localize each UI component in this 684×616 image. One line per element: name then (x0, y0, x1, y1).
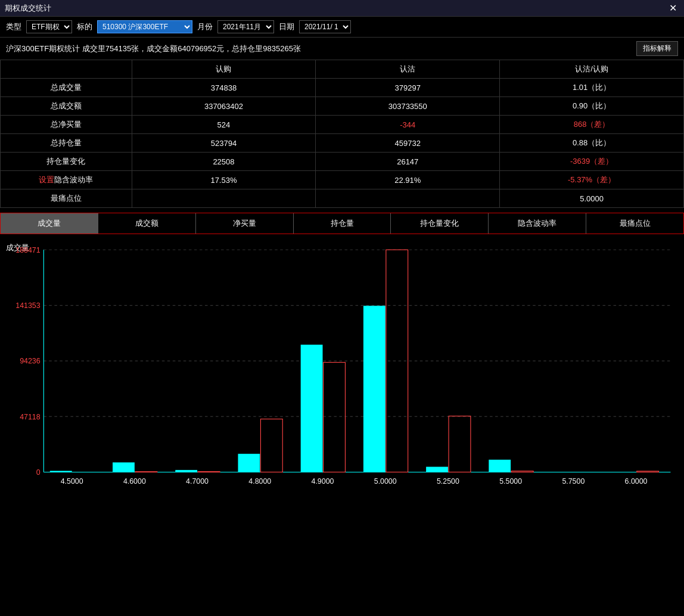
put-val-5: 22.91% (316, 171, 500, 189)
type-select[interactable]: ETF期权 (26, 20, 72, 33)
explain-button[interactable]: 指标解释 (636, 41, 678, 56)
call-val-0: 374838 (132, 79, 316, 97)
target-label: 标的 (77, 21, 92, 32)
svg-rect-23 (301, 345, 323, 472)
svg-text:4.6000: 4.6000 (123, 478, 146, 486)
svg-rect-32 (489, 460, 511, 472)
put-val-3: 459732 (316, 134, 500, 153)
svg-rect-14 (113, 462, 135, 472)
svg-rect-30 (449, 416, 471, 472)
row-label-2: 总净买量 (1, 116, 132, 134)
row-label-5: 设置隐含波动率 (1, 171, 132, 189)
svg-rect-20 (238, 454, 260, 472)
tab-volume[interactable]: 成交量 (1, 213, 98, 234)
row-label-4: 持仓量变化 (1, 153, 132, 171)
close-button[interactable]: ✕ (667, 2, 679, 14)
svg-text:94236: 94236 (20, 357, 41, 365)
row-label-1: 总成交额 (1, 97, 132, 116)
type-label: 类型 (6, 21, 21, 32)
date-select[interactable]: 2021/11/ 1 (299, 20, 351, 33)
ratio-val-4: -3639（差） (500, 153, 684, 171)
ratio-val-2: 868（差） (500, 116, 684, 134)
tab-amount[interactable]: 成交额 (98, 213, 196, 234)
col-header-put: 认沽 (316, 60, 500, 79)
call-val-6 (132, 189, 316, 208)
chart-area: 成交量 188471141353942364711804.50004.60004… (0, 237, 684, 499)
row-label-6: 最痛点位 (1, 189, 132, 208)
svg-rect-12 (50, 471, 72, 472)
info-bar: 沪深300ETF期权统计 成交里754135张，成交金额640796952元，总… (0, 38, 684, 60)
svg-rect-21 (260, 419, 282, 472)
ratio-val-5: -5.37%（差） (500, 171, 684, 189)
svg-text:0: 0 (36, 468, 41, 477)
call-val-3: 523794 (132, 134, 316, 153)
svg-rect-18 (198, 472, 220, 472)
chart-tab-bar: 成交量成交额净买量持仓量持仓量变化隐含波动率最痛点位 (0, 213, 684, 234)
svg-text:47118: 47118 (20, 413, 41, 421)
set-iv-link[interactable]: 设置 (39, 175, 54, 184)
col-header-ratio: 认沽/认购 (500, 60, 684, 79)
svg-text:5.7500: 5.7500 (562, 478, 584, 486)
svg-text:4.5000: 4.5000 (61, 478, 83, 486)
toolbar: 类型 ETF期权 标的 510300 沪深300ETF 月份 2021年11月 … (0, 17, 684, 38)
svg-rect-24 (324, 362, 346, 472)
month-select[interactable]: 2021年11月 (217, 20, 274, 33)
month-label: 月份 (197, 21, 213, 32)
tab-netbuy[interactable]: 净买量 (196, 213, 294, 234)
put-val-6 (316, 189, 500, 208)
svg-text:5.5000: 5.5000 (499, 478, 522, 486)
put-val-2: -344 (316, 116, 500, 134)
svg-rect-17 (175, 470, 197, 472)
svg-text:5.0000: 5.0000 (374, 478, 397, 486)
ratio-val-0: 1.01（比） (500, 79, 684, 97)
ratio-val-3: 0.88（比） (500, 134, 684, 153)
svg-text:141353: 141353 (15, 301, 40, 310)
put-val-0: 379297 (316, 79, 500, 97)
svg-text:4.8000: 4.8000 (248, 478, 271, 486)
svg-rect-15 (135, 472, 157, 472)
svg-text:4.9000: 4.9000 (312, 478, 334, 486)
col-header-call: 认购 (132, 60, 316, 79)
call-val-4: 22508 (132, 153, 316, 171)
svg-text:6.0000: 6.0000 (625, 478, 648, 486)
tab-oi[interactable]: 持仓量 (294, 213, 391, 234)
ratio-val-6: 5.0000 (500, 189, 684, 208)
chart-svg: 188471141353942364711804.50004.60004.700… (0, 237, 684, 499)
svg-rect-26 (363, 306, 385, 472)
row-label-0: 总成交量 (1, 79, 132, 97)
svg-rect-29 (426, 467, 448, 472)
call-val-1: 337063402 (132, 97, 316, 116)
svg-rect-37 (637, 471, 659, 472)
svg-text:5.2500: 5.2500 (437, 478, 459, 486)
tab-iv[interactable]: 隐含波动率 (489, 213, 586, 234)
row-label-3: 总持仓量 (1, 134, 132, 153)
date-label: 日期 (279, 21, 294, 32)
svg-rect-33 (511, 471, 533, 472)
put-val-1: 303733550 (316, 97, 500, 116)
svg-text:188471: 188471 (15, 246, 40, 254)
info-text: 沪深300ETF期权统计 成交里754135张，成交金额640796952元，总… (6, 43, 301, 54)
window-title: 期权成交统计 (5, 3, 51, 14)
tab-pain[interactable]: 最痛点位 (586, 213, 683, 234)
call-val-5: 17.53% (132, 171, 316, 189)
target-select[interactable]: 510300 沪深300ETF (97, 20, 192, 33)
ratio-val-1: 0.90（比） (500, 97, 684, 116)
col-header-empty (1, 60, 132, 79)
tab-oichange[interactable]: 持仓量变化 (391, 213, 489, 234)
title-bar: 期权成交统计 ✕ (0, 0, 684, 17)
put-val-4: 26147 (316, 153, 500, 171)
call-val-2: 524 (132, 116, 316, 134)
svg-text:4.7000: 4.7000 (186, 478, 209, 486)
stats-table: 认购 认沽 认沽/认购 总成交量3748383792971.01（比）总成交额3… (0, 60, 684, 208)
svg-rect-27 (386, 250, 408, 472)
